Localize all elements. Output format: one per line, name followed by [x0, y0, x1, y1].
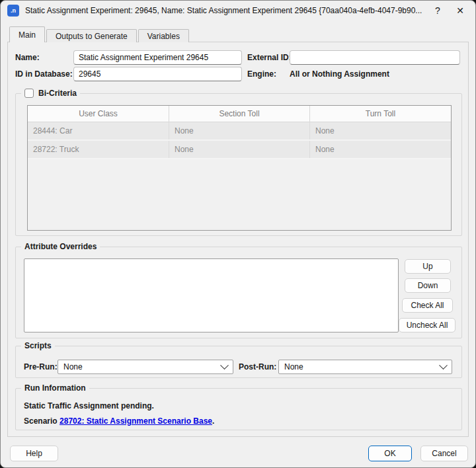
table-header-row: User Class Section Toll Turn Toll	[28, 106, 451, 122]
help-button[interactable]: Help	[10, 446, 58, 461]
window-title: Static Assignment Experiment: 29645, Nam…	[25, 6, 426, 15]
post-run-value: None	[284, 362, 440, 371]
name-label: Name:	[15, 50, 40, 65]
scenario-suffix: .	[212, 416, 214, 426]
help-titlebar-button[interactable]: ?	[426, 2, 449, 19]
run-information-label: Run Information	[21, 383, 89, 393]
uncheck-all-button[interactable]: Uncheck All	[399, 318, 456, 332]
chevron-down-icon	[220, 361, 229, 370]
pre-run-label: Pre-Run:	[24, 360, 58, 374]
tab-bar: Main Outputs to Generate Variables	[9, 26, 190, 42]
cell-turn-toll: None	[310, 141, 451, 158]
cell-user-class: 28722: Truck	[28, 141, 169, 158]
tab-main[interactable]: Main	[9, 26, 45, 42]
column-header-section-toll: Section Toll	[169, 106, 310, 122]
external-id-label: External ID:	[247, 50, 292, 65]
id-in-database-input[interactable]	[73, 67, 242, 81]
cancel-button[interactable]: Cancel	[420, 446, 468, 461]
column-header-turn-toll: Turn Toll	[310, 106, 451, 122]
pre-run-value: None	[63, 362, 221, 371]
app-icon: .n	[7, 5, 19, 17]
post-run-select[interactable]: None	[278, 360, 452, 374]
tab-variables[interactable]: Variables	[138, 29, 189, 42]
bi-criteria-table: User Class Section Toll Turn Toll 28444:…	[27, 105, 452, 231]
id-in-database-label: ID in Database:	[15, 67, 73, 81]
up-button[interactable]: Up	[405, 259, 451, 274]
cell-section-toll: None	[169, 141, 310, 158]
cell-section-toll: None	[169, 122, 310, 139]
table-row: 28722: Truck None None	[28, 141, 451, 159]
cell-turn-toll: None	[310, 122, 451, 139]
ok-button[interactable]: OK	[368, 446, 412, 461]
down-button[interactable]: Down	[405, 278, 451, 293]
scenario-link[interactable]: 28702: Static Assignment Scenario Base	[60, 416, 212, 426]
table-row: 28444: Car None None	[28, 122, 451, 141]
bi-criteria-label: Bi-Criteria	[38, 89, 77, 98]
cell-user-class: 28444: Car	[28, 122, 169, 139]
bi-criteria-checkbox[interactable]	[24, 89, 34, 98]
scenario-line: Scenario 28702: Static Assignment Scenar…	[24, 416, 214, 426]
close-icon[interactable]: ✕	[449, 2, 471, 19]
check-all-button[interactable]: Check All	[402, 298, 453, 313]
title-bar: .n Static Assignment Experiment: 29645, …	[1, 1, 475, 20]
name-input[interactable]	[73, 50, 242, 65]
engine-label: Engine:	[247, 67, 276, 81]
run-status-text: Static Traffic Assignment pending.	[24, 401, 154, 410]
chevron-down-icon	[439, 361, 448, 370]
scripts-label: Scripts	[21, 340, 55, 351]
pre-run-select[interactable]: None	[58, 360, 233, 374]
external-id-input[interactable]	[290, 50, 460, 65]
engine-value: All or Nothing Assignment	[290, 67, 389, 81]
tab-outputs-to-generate[interactable]: Outputs to Generate	[46, 29, 137, 42]
attribute-overrides-label: Attribute Overrides	[21, 241, 100, 252]
attribute-overrides-list[interactable]	[24, 258, 399, 332]
scenario-prefix: Scenario	[24, 416, 60, 426]
post-run-label: Post-Run:	[239, 360, 276, 374]
dialog-window: .n Static Assignment Experiment: 29645, …	[0, 0, 476, 468]
column-header-user-class: User Class	[28, 106, 169, 122]
